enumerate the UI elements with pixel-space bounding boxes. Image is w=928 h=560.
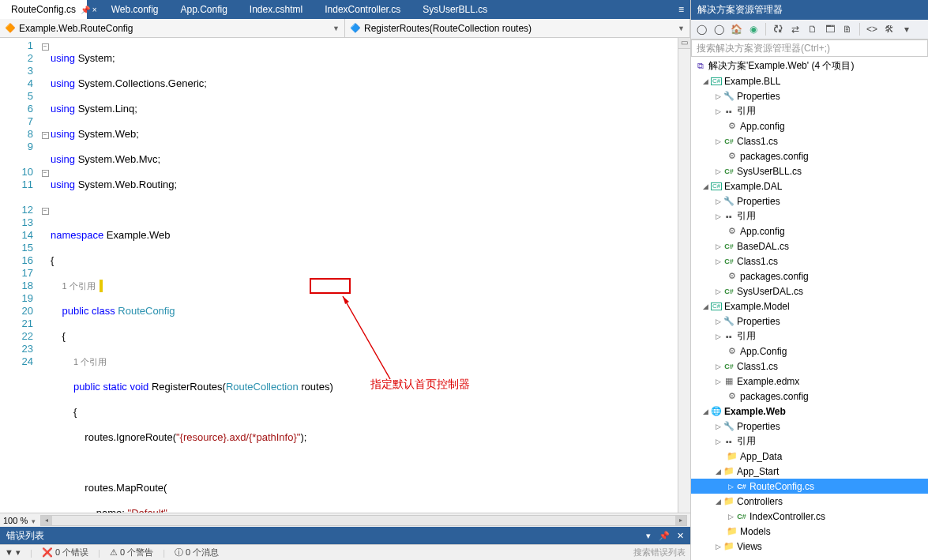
- tree-item[interactable]: ▷C#Class1.cs: [691, 359, 928, 374]
- errors-filter[interactable]: ❌ 0 个错误: [42, 547, 88, 558]
- horizontal-scrollbar[interactable]: ◂ ▸: [40, 515, 687, 526]
- tree-item[interactable]: ⚙App.config: [691, 118, 928, 133]
- tree-item[interactable]: ▷🔧Properties: [691, 88, 928, 103]
- preview-icon[interactable]: 🗎: [840, 22, 855, 36]
- scroll-right-icon[interactable]: ▸: [675, 516, 686, 525]
- tree-item[interactable]: ▷🔧Properties: [691, 314, 928, 329]
- references-icon: ▪▪: [723, 437, 735, 446]
- solution-tree[interactable]: ⧉解决方案'Example.Web' (4 个项目) ◢C#Example.BL…: [691, 57, 928, 560]
- chevron-down-icon: ▼: [333, 24, 340, 32]
- chevron-down-icon: ▼: [678, 24, 685, 32]
- more-icon[interactable]: ▾: [900, 22, 914, 36]
- refresh-icon[interactable]: 🗘: [771, 22, 785, 36]
- wrench-icon[interactable]: 🛠: [882, 22, 896, 36]
- cs-file-icon: C#: [723, 363, 735, 370]
- back-icon[interactable]: ◯: [694, 22, 708, 36]
- wrench-icon: 🔧: [723, 91, 735, 101]
- error-list-header[interactable]: 错误列表 ▾ 📌 ✕: [0, 527, 690, 544]
- project-web[interactable]: ◢🌐Example.Web: [691, 404, 928, 419]
- tab-routeconfig[interactable]: RouteConfig.cs: [0, 0, 87, 19]
- wrench-icon: 🔧: [723, 421, 735, 431]
- filter-dropdown-icon[interactable]: ▼ ▾: [5, 547, 21, 558]
- csharp-project-icon: C#: [711, 303, 722, 310]
- tree-item[interactable]: ◢📁App_Start: [691, 464, 928, 479]
- tab-sysuserbll[interactable]: SysUserBLL.cs: [411, 0, 498, 19]
- show-all-icon[interactable]: 🗋: [806, 22, 820, 36]
- close-icon[interactable]: ✕: [677, 531, 684, 540]
- dropdown-icon[interactable]: ▾: [646, 531, 651, 540]
- pin-icon[interactable]: 📌 ×: [81, 6, 97, 14]
- config-icon: ⚙: [726, 151, 738, 161]
- tree-item[interactable]: ⚙packages.config: [691, 269, 928, 284]
- config-icon: ⚙: [726, 391, 738, 401]
- references-icon: ▪▪: [723, 107, 735, 116]
- web-project-icon: 🌐: [710, 406, 723, 416]
- tree-item[interactable]: ⚙App.config: [691, 224, 928, 239]
- tree-item[interactable]: ⚙packages.config: [691, 148, 928, 163]
- document-tabs: RouteConfig.cs 📌 × Web.config App.Config…: [0, 0, 690, 19]
- code-text[interactable]: using System; using System.Collections.G…: [51, 38, 678, 513]
- solution-search-input[interactable]: 搜索解决方案资源管理器(Ctrl+;): [691, 39, 928, 57]
- code-nav-bar: 🔶 Example.Web.RouteConfig ▼ 🔷 RegisterRo…: [0, 19, 690, 38]
- folder-icon: 📁: [723, 541, 735, 551]
- tree-item[interactable]: ▷▪▪引用: [691, 329, 928, 344]
- tree-item[interactable]: ▷C#IndexController.cs: [691, 509, 928, 524]
- tree-item[interactable]: ▷C#Class1.cs: [691, 133, 928, 148]
- config-icon: ⚙: [726, 121, 738, 131]
- folder-icon: 📁: [723, 496, 735, 506]
- tree-item[interactable]: ▷▪▪引用: [691, 103, 928, 118]
- nav-class-dropdown[interactable]: 🔶 Example.Web.RouteConfig ▼: [0, 19, 345, 37]
- error-list-title: 错误列表: [6, 529, 641, 543]
- cs-file-icon: C#: [723, 242, 735, 250]
- references-icon: ▪▪: [723, 332, 735, 341]
- tree-item[interactable]: ▷▪▪引用: [691, 209, 928, 224]
- pin-icon[interactable]: 📌: [659, 531, 670, 540]
- split-icon[interactable]: ▭: [678, 38, 690, 49]
- tree-item[interactable]: ▷C#BaseDAL.cs: [691, 239, 928, 254]
- tree-item[interactable]: ▷▪▪引用: [691, 434, 928, 449]
- tab-indexcshtml[interactable]: Index.cshtml: [239, 0, 314, 19]
- tree-item[interactable]: 📁Models: [691, 524, 928, 539]
- cs-file-icon: C#: [723, 257, 735, 265]
- project-dal[interactable]: ◢C#Example.DAL: [691, 179, 928, 194]
- config-icon: ⚙: [726, 271, 738, 281]
- tree-item[interactable]: ▷▦Example.edmx: [691, 374, 928, 389]
- tree-item[interactable]: ▷C#SysUserDAL.cs: [691, 284, 928, 299]
- scroll-left-icon[interactable]: ◂: [41, 516, 52, 525]
- collapse-icon[interactable]: ⇄: [788, 22, 802, 36]
- tree-item[interactable]: ⚙packages.config: [691, 389, 928, 404]
- project-model[interactable]: ◢C#Example.Model: [691, 299, 928, 314]
- cs-file-icon: C#: [723, 288, 735, 295]
- config-icon: ⚙: [726, 226, 738, 236]
- nav-method-dropdown[interactable]: 🔷 RegisterRoutes(RouteCollection routes)…: [345, 19, 690, 37]
- messages-filter[interactable]: ⓘ 0 个消息: [175, 547, 219, 558]
- error-search[interactable]: 搜索错误列表: [633, 547, 686, 558]
- tree-item-routeconfig[interactable]: ▷C#RouteConfig.cs: [691, 479, 928, 494]
- tab-appconfig[interactable]: App.Config: [169, 0, 238, 19]
- tabs-overflow-icon[interactable]: ≡: [672, 4, 690, 15]
- error-list-toolbar: ▼ ▾ | ❌ 0 个错误 | ⚠ 0 个警告 | ⓘ 0 个消息 搜索错误列表: [0, 544, 690, 560]
- tab-webconfig[interactable]: Web.config: [100, 0, 170, 19]
- vertical-scrollbar[interactable]: ▭: [678, 38, 690, 513]
- home-icon[interactable]: 🏠: [729, 22, 743, 36]
- code-editor[interactable]: 123456789101112131415161718192021222324 …: [0, 38, 690, 513]
- forward-icon[interactable]: ◯: [712, 22, 726, 36]
- tree-item[interactable]: 📁App_Data: [691, 449, 928, 464]
- project-bll[interactable]: ◢C#Example.BLL: [691, 73, 928, 88]
- warnings-filter[interactable]: ⚠ 0 个警告: [110, 547, 153, 558]
- tree-item[interactable]: ▷C#SysUserBLL.cs: [691, 163, 928, 179]
- wrench-icon: 🔧: [723, 196, 735, 206]
- tab-indexcontroller[interactable]: IndexController.cs: [314, 0, 411, 19]
- sync-icon[interactable]: ◉: [746, 22, 761, 36]
- references-icon: ▪▪: [723, 212, 735, 221]
- tree-item[interactable]: ◢📁Controllers: [691, 494, 928, 509]
- properties-icon[interactable]: 🗔: [823, 22, 837, 36]
- tree-item[interactable]: ▷C#Class1.cs: [691, 254, 928, 269]
- tree-item[interactable]: ⚙App.Config: [691, 344, 928, 359]
- solution-node[interactable]: ⧉解决方案'Example.Web' (4 个项目): [691, 58, 928, 73]
- tree-item[interactable]: ▷📁Views: [691, 539, 928, 554]
- zoom-level[interactable]: 100 % ▾: [3, 516, 36, 525]
- tree-item[interactable]: ▷🔧Properties: [691, 419, 928, 434]
- tree-item[interactable]: ▷🔧Properties: [691, 194, 928, 209]
- code-icon[interactable]: <>: [865, 22, 879, 36]
